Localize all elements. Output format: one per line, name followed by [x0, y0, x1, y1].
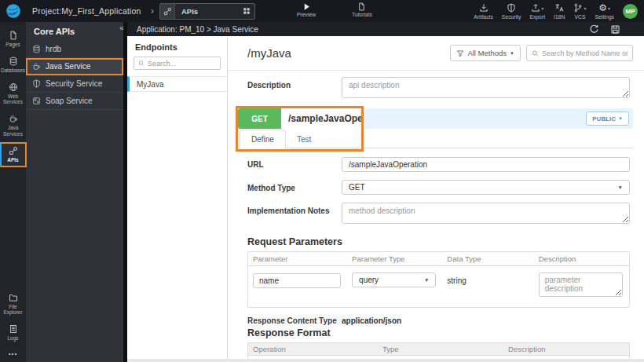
sidebar-item-logs[interactable]: Logs	[0, 321, 26, 345]
settings-button[interactable]: ⚙ ▾ Settings	[595, 3, 614, 20]
export-button[interactable]: ▾ Export	[529, 3, 545, 20]
response-type: string	[378, 359, 503, 360]
search-icon	[532, 49, 539, 57]
filter-icon	[456, 49, 464, 57]
shield-icon	[32, 79, 41, 88]
response-format-table: Operation Type Description sampleJavaOpe…	[247, 342, 630, 359]
core-apis-item-soap-service[interactable]: Soap Service	[26, 93, 123, 110]
method-search-input[interactable]	[542, 49, 628, 57]
artifacts-label: Artifacts	[474, 14, 493, 20]
breadcrumb-actions	[589, 24, 620, 35]
col-parameter-type: Parameter Type	[347, 254, 442, 263]
method-search[interactable]	[526, 45, 633, 61]
tab-test[interactable]: Test	[286, 130, 322, 148]
core-apis-title: Core APIs	[26, 22, 123, 41]
method-type-select[interactable]: GET ▼	[342, 180, 630, 195]
i18n-button[interactable]: I18N	[554, 3, 565, 20]
col-data-type: Data Type	[442, 254, 533, 263]
api-header: /myJava All Methods ▼	[228, 36, 644, 71]
method-type-label: Method Type	[247, 180, 342, 192]
sidebar-item-java-services[interactable]: Java Services	[0, 111, 26, 141]
core-apis-item-security-service[interactable]: Security Service	[26, 75, 123, 93]
refresh-button[interactable]	[589, 24, 599, 35]
topbar-right-menu: Artifacts Security ▾ Export I18N ▾ VCS	[474, 3, 644, 20]
bottom-strip	[127, 359, 644, 362]
upload-icon	[531, 3, 540, 13]
description-textarea[interactable]	[342, 77, 630, 98]
url-label: URL	[247, 156, 342, 169]
collapse-panel-icon[interactable]: «	[117, 24, 126, 32]
caret-down-icon: ▼	[510, 51, 514, 56]
pages-label: Pages	[5, 42, 20, 48]
save-icon	[610, 24, 620, 35]
col-description: Description	[503, 345, 629, 353]
artifacts-button[interactable]: Artifacts	[474, 3, 493, 20]
parameter-type-select[interactable]: query ▼	[352, 272, 436, 287]
implementation-notes-textarea[interactable]	[342, 203, 630, 224]
search-icon	[138, 60, 145, 67]
all-methods-label: All Methods	[467, 49, 507, 57]
all-methods-filter-button[interactable]: All Methods ▼	[450, 45, 521, 61]
security-button[interactable]: Security	[502, 3, 521, 20]
sidebar-item-apis[interactable]: APIs	[0, 143, 26, 166]
language-icon	[554, 3, 565, 13]
endpoint-item-myjava[interactable]: MyJava	[127, 76, 227, 92]
core-apis-item-hrdb[interactable]: hrdb	[26, 41, 123, 58]
col-parameter: Parameter	[248, 254, 347, 263]
folder-icon	[9, 293, 18, 302]
core-apis-item-java-service[interactable]: Java Service	[26, 58, 123, 75]
tab-apis[interactable]: APIs	[159, 3, 255, 20]
sidebar-item-databases[interactable]: Databases	[0, 53, 26, 77]
page-title: /myJava	[247, 46, 291, 60]
parameter-description-textarea[interactable]	[539, 272, 623, 297]
log-file-icon	[9, 324, 18, 334]
sidebar-item-web-services[interactable]: Web Services	[0, 79, 26, 109]
implementation-notes-row: Implementation Notes	[247, 203, 630, 227]
save-button[interactable]	[610, 24, 620, 35]
vcs-button[interactable]: ▾ VCS	[573, 3, 586, 20]
security-service-label: Security Service	[46, 79, 102, 88]
apis-label: APIs	[7, 157, 18, 163]
implementation-notes-label: Implementation Notes	[247, 203, 342, 215]
app-logo[interactable]	[0, 3, 26, 19]
api-node-icon	[160, 4, 175, 19]
caret-down-icon: ▼	[424, 277, 429, 283]
operation-path-input[interactable]	[281, 108, 361, 129]
endpoints-search[interactable]	[134, 57, 221, 70]
soap-icon	[32, 97, 41, 105]
top-bar: Project:My_First_Application › APIs Prev…	[0, 0, 644, 22]
table-row: query ▼ string	[248, 266, 629, 307]
panel-divider[interactable]	[123, 22, 127, 362]
databases-label: Databases	[1, 68, 25, 74]
visibility-dropdown-button[interactable]: PUBLIC ▼	[586, 112, 629, 126]
url-row: URL	[247, 156, 630, 172]
more-options-icon[interactable]: •••	[0, 347, 26, 362]
sidebar-item-pages[interactable]: Pages	[0, 27, 26, 51]
parameter-data-type: string	[447, 272, 527, 285]
java-services-label: Java Services	[1, 125, 25, 137]
sidebar-item-file-explorer[interactable]: File Explorer	[0, 290, 26, 320]
breadcrumb: Application: PM_10 > Java Service	[137, 25, 258, 34]
api-detail-panel: /myJava All Methods ▼ Description GET	[228, 36, 644, 359]
preview-button[interactable]: Preview	[297, 2, 316, 17]
tab-apis-label: APIs	[181, 7, 198, 16]
user-avatar[interactable]: MP	[623, 4, 638, 19]
method-type-row: Method Type GET ▼	[247, 180, 630, 195]
tab-define[interactable]: Define	[240, 130, 286, 148]
response-operation: sampleJavaOperation	[248, 359, 378, 360]
endpoints-panel: Endpoints MyJava	[127, 36, 228, 359]
shield-icon	[507, 3, 516, 13]
globe-icon	[9, 82, 18, 92]
vcs-label: VCS	[574, 14, 585, 20]
url-input[interactable]	[342, 157, 630, 172]
table-row: sampleJavaOperation string No descriptio…	[248, 356, 629, 359]
grid-icon[interactable]	[243, 7, 251, 15]
http-method-badge[interactable]: GET	[238, 108, 281, 129]
left-icon-sidebar: Pages Databases Web Services Java Servic…	[0, 22, 26, 362]
parameter-name-input[interactable]	[253, 273, 341, 288]
endpoints-search-input[interactable]	[148, 60, 216, 68]
tutorials-button[interactable]: Tutorials	[352, 2, 372, 17]
operation-bar: GET PUBLIC ▼	[238, 108, 633, 129]
response-content-type-value: application/json	[342, 316, 401, 325]
api-form: Description GET PUBLIC ▼ Define Test URL	[228, 71, 644, 359]
